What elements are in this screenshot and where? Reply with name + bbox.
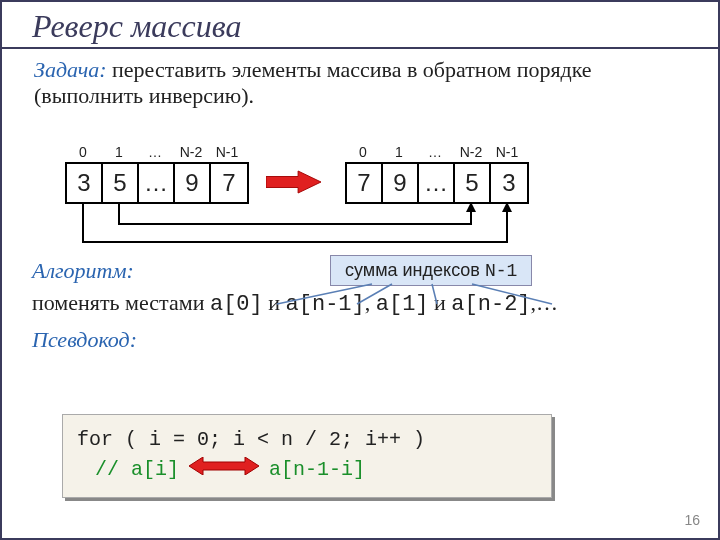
slide: Реверс массива Задача: переставить элеме… [0,0,720,540]
array-cell: 7 [211,164,247,202]
array-cell: … [139,164,175,202]
code-comment-right: a[n-1-i] [269,455,365,485]
algo-text: и [429,290,452,315]
array-right: 7 9 … 5 3 [345,162,529,204]
array-cell: 5 [455,164,491,202]
callout-text: сумма индексов [345,260,485,280]
idx: N-1 [489,144,525,160]
array-cell: 9 [383,164,419,202]
code-line: for ( i = 0; i < n / 2; i++ ) [77,425,537,455]
code-swap-line: // a[i] a[n-1-i] [77,455,537,485]
callout-box: сумма индексов N-1 [330,255,532,286]
array-left: 3 5 … 9 7 [65,162,249,204]
array-cell: 3 [67,164,103,202]
array-cell: 7 [347,164,383,202]
idx: N-2 [173,144,209,160]
task-label: Задача: [34,57,107,82]
algo-text: поменять местами [32,290,210,315]
algo-line: поменять местами a[0] и a[n-1], a[1] и a… [32,290,558,317]
task-block: Задача: переставить элементы массива в о… [34,57,686,109]
algo-text: и [263,290,286,315]
red-arrow-icon [266,170,321,194]
idx: 1 [381,144,417,160]
indices-left: 0 1 … N-2 N-1 [65,144,245,160]
idx: N-1 [209,144,245,160]
algo-text: ,… [531,290,559,315]
content-area: Задача: переставить элементы массива в о… [2,49,718,109]
indices-right: 0 1 … N-2 N-1 [345,144,525,160]
array-cell: 9 [175,164,211,202]
idx: 0 [65,144,101,160]
swap-arrow-icon [179,455,269,485]
idx: N-2 [453,144,489,160]
array-cell: 3 [491,164,527,202]
slide-title: Реверс массива [2,2,718,49]
page-number: 16 [684,512,700,528]
algo-code: a[n-1] [286,292,365,317]
array-cell: 5 [103,164,139,202]
idx: … [137,144,173,160]
code-comment-left: // a[i] [95,455,179,485]
algo-code: a[0] [210,292,263,317]
pseudo-label: Псевдокод: [32,327,137,353]
idx: … [417,144,453,160]
svg-marker-0 [266,171,321,193]
algo-code: a[n-2] [451,292,530,317]
idx: 0 [345,144,381,160]
array-cell: … [419,164,455,202]
task-text: переставить элементы массива в обратном … [34,57,592,108]
algo-code: a[1] [376,292,429,317]
algo-text: , [365,290,376,315]
pseudocode-block: Псевдокод: [32,327,137,353]
code-block: for ( i = 0; i < n / 2; i++ ) // a[i] a[… [62,414,552,498]
svg-marker-7 [189,457,259,475]
idx: 1 [101,144,137,160]
callout-code: N-1 [485,261,517,281]
